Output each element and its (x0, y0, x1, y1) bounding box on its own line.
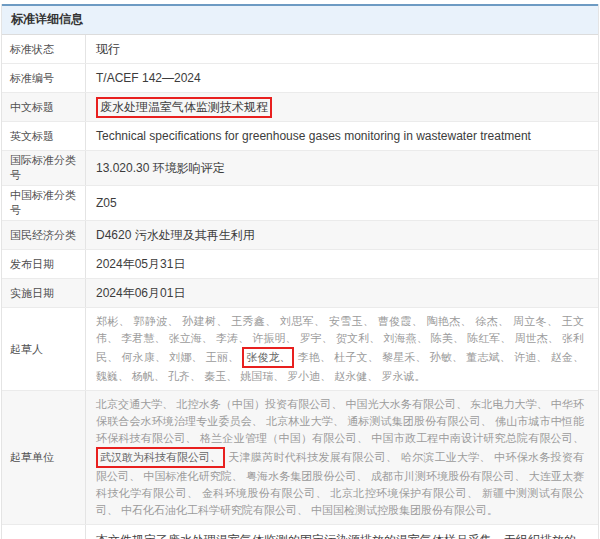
row-value: Z05 (86, 186, 598, 220)
row-label: 中文标题 (2, 93, 86, 121)
row-label: 发布日期 (2, 250, 86, 278)
row-label: 国民经济分类 (2, 221, 86, 249)
row-label: 标准编号 (2, 64, 86, 92)
row-label: 英文标题 (2, 122, 86, 150)
table-row: 实施日期2024年06月01日 (2, 279, 598, 308)
row-value: 13.020.30 环境影响评定 (86, 151, 598, 185)
annotation-highlight: 张俊龙、 (242, 347, 294, 368)
row-label: 起草人 (2, 308, 86, 390)
value-text: 北京交通大学、 北控水务（中国）投资有限公司、 中国光大水务有限公司、 东北电力… (96, 398, 584, 444)
table-row: 国际标准分类号13.020.30 环境影响评定 (2, 151, 598, 186)
table-row: 范围本文件规定了废水处理温室气体监测的固定污染源排放的温室气体样品采集、无组织排… (2, 525, 598, 539)
table-row: 国民经济分类D4620 污水处理及其再生利用 (2, 221, 598, 250)
standard-detail-page: 标准详细信息 标准状态现行标准编号T/ACEF 142—2024中文标题废水处理… (0, 0, 600, 539)
table-row: 发布日期2024年05月31日 (2, 250, 598, 279)
value-text: 现行 (96, 41, 120, 58)
row-label: 实施日期 (2, 279, 86, 307)
row-label: 国际标准分类号 (2, 151, 86, 185)
table-row: 中国标准分类号Z05 (2, 186, 598, 221)
value-text: D4620 污水处理及其再生利用 (96, 227, 255, 244)
table-row: 标准编号T/ACEF 142—2024 (2, 64, 598, 93)
row-label: 中国标准分类号 (2, 186, 86, 220)
row-value: D4620 污水处理及其再生利用 (86, 221, 598, 249)
detail-table: 标准状态现行标准编号T/ACEF 142—2024中文标题废水处理温室气体监测技… (2, 35, 598, 539)
row-label: 范围 (2, 525, 86, 539)
annotation-highlight: 废水处理温室气体监测技术规程 (96, 97, 272, 118)
table-row: 中文标题废水处理温室气体监测技术规程 (2, 93, 598, 122)
row-value: 北京交通大学、 北控水务（中国）投资有限公司、 中国光大水务有限公司、 东北电力… (86, 391, 598, 524)
row-label: 起草单位 (2, 391, 86, 524)
table-row: 英文标题Technical specifications for greenho… (2, 122, 598, 151)
value-text: T/ACEF 142—2024 (96, 71, 201, 85)
value-text: 本文件规定了废水处理温室气体监测的固定污染源排放的温室气体样品采集、无组织排放的… (96, 533, 579, 539)
table-row: 标准状态现行 (2, 35, 598, 64)
value-text: 13.020.30 环境影响评定 (96, 160, 225, 177)
table-row: 起草单位北京交通大学、 北控水务（中国）投资有限公司、 中国光大水务有限公司、 … (2, 391, 598, 525)
row-value: Technical specifications for greenhouse … (86, 122, 598, 150)
value-text: Z05 (96, 196, 117, 210)
row-value: 现行 (86, 35, 598, 63)
row-value: T/ACEF 142—2024 (86, 64, 598, 92)
row-value: 郑彬、 郭静波、 孙建树、 王秀鑫、 刘思军、 安雪玉、 曹俊霞、 陶艳杰、 徐… (86, 308, 598, 390)
annotation-highlight: 武汉敢为科技有限公司、 (96, 447, 225, 468)
panel-title: 标准详细信息 (2, 4, 598, 35)
standard-detail-panel: 标准详细信息 标准状态现行标准编号T/ACEF 142—2024中文标题废水处理… (1, 4, 599, 539)
row-label: 标准状态 (2, 35, 86, 63)
row-value: 本文件规定了废水处理温室气体监测的固定污染源排放的温室气体样品采集、无组织排放的… (86, 525, 598, 539)
row-value: 2024年05月31日 (86, 250, 598, 278)
table-row: 起草人郑彬、 郭静波、 孙建树、 王秀鑫、 刘思军、 安雪玉、 曹俊霞、 陶艳杰… (2, 308, 598, 391)
value-text: Technical specifications for greenhouse … (96, 129, 531, 143)
row-value: 废水处理温室气体监测技术规程 (86, 93, 598, 121)
value-text: 2024年05月31日 (96, 256, 185, 273)
value-text: 2024年06月01日 (96, 285, 185, 302)
row-value: 2024年06月01日 (86, 279, 598, 307)
